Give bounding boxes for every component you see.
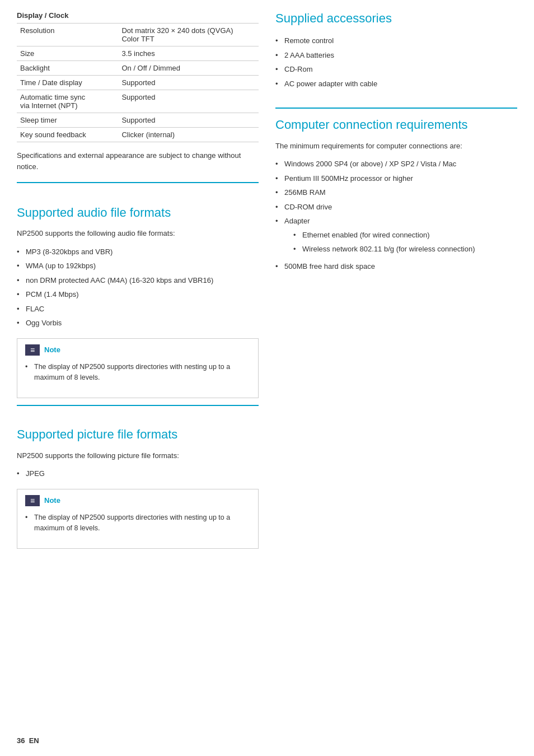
adapter-sub-list: Ethernet enabled (for wired connection)W… <box>293 228 517 256</box>
spec-label: Sleep timer <box>17 113 118 128</box>
table-row: ResolutionDot matrix 320 × 240 dots (QVG… <box>17 24 259 46</box>
table-row: BacklightOn / Off / Dimmed <box>17 61 259 76</box>
spec-table: ResolutionDot matrix 320 × 240 dots (QVG… <box>17 23 259 142</box>
list-item: 500MB free hard disk space <box>275 259 517 274</box>
spec-value: Supported <box>118 76 259 90</box>
table-row: Sleep timerSupported <box>17 113 259 128</box>
spec-value: Supported <box>118 113 259 128</box>
picture-list: JPEG <box>17 466 259 481</box>
picture-note-label: Note <box>44 496 60 505</box>
supplied-list: Remote control2 AAA batteriesCD-RomAC po… <box>275 34 517 91</box>
audio-note-list: The display of NP2500 supports directori… <box>25 360 250 385</box>
right-column: Supplied accessories Remote control2 AAA… <box>275 11 517 556</box>
page-number: 36 <box>17 736 25 745</box>
supplied-accessories-section: Supplied accessories Remote control2 AAA… <box>275 11 517 91</box>
audio-intro: NP2500 supports the following audio file… <box>17 228 259 239</box>
picture-intro: NP2500 supports the following picture fi… <box>17 450 259 461</box>
audio-list: MP3 (8-320kbps and VBR)WMA (up to 192kbp… <box>17 245 259 330</box>
display-clock-title: Display / Clock <box>17 11 259 20</box>
list-item: 256MB RAM <box>275 185 517 200</box>
table-row: Size3.5 inches <box>17 46 259 61</box>
list-item: CD-Rom <box>275 62 517 77</box>
audio-note-box: Note The display of NP2500 supports dire… <box>17 338 259 399</box>
list-item: Pentium III 500MHz processor or higher <box>275 171 517 186</box>
lang-label: EN <box>29 736 39 745</box>
list-item: Remote control <box>275 34 517 48</box>
computer-intro: The minimum requirements for computer co… <box>275 141 517 152</box>
picture-note-item: The display of NP2500 supports directori… <box>25 511 250 535</box>
list-item: CD-ROM drive <box>275 200 517 214</box>
computer-connection-heading: Computer connection requirements <box>275 118 517 132</box>
list-item: PCM (1.4 Mbps) <box>17 287 259 302</box>
left-column: Display / Clock ResolutionDot matrix 320… <box>17 11 259 556</box>
supplied-accessories-heading: Supplied accessories <box>275 11 517 26</box>
audio-formats-section: Supported audio file formats NP2500 supp… <box>17 200 259 398</box>
list-item: Windows 2000 SP4 (or above) / XP SP2 / V… <box>275 157 517 171</box>
list-item: WMA (up to 192kbps) <box>17 259 259 273</box>
list-item: FLAC <box>17 302 259 316</box>
spec-label: Automatic time sync via Internet (NPT) <box>17 90 118 113</box>
spec-value: Dot matrix 320 × 240 dots (QVGA) Color T… <box>118 24 259 46</box>
picture-formats-heading: Supported picture file formats <box>17 427 259 442</box>
table-row: Key sound feedbackClicker (internal) <box>17 128 259 142</box>
spec-label: Size <box>17 46 118 61</box>
audio-note-item: The display of NP2500 supports directori… <box>25 360 250 385</box>
spec-value: Supported <box>118 90 259 113</box>
table-row: Automatic time sync via Internet (NPT)Su… <box>17 90 259 113</box>
list-item: Wireless network 802.11 b/g (for wireles… <box>293 242 517 256</box>
specs-footer-note: Specifications and external appearance a… <box>17 150 259 172</box>
audio-note-header: Note <box>25 344 250 356</box>
list-item: Ogg Vorbis <box>17 316 259 330</box>
spec-label: Resolution <box>17 24 118 46</box>
spec-value: 3.5 inches <box>118 46 259 61</box>
page-footer: 36 EN <box>17 736 39 745</box>
spec-label: Backlight <box>17 61 118 76</box>
picture-note-box: Note The display of NP2500 supports dire… <box>17 489 259 549</box>
audio-formats-heading: Supported audio file formats <box>17 206 259 220</box>
spec-label: Key sound feedback <box>17 128 118 142</box>
display-clock-section: Display / Clock ResolutionDot matrix 320… <box>17 11 259 172</box>
picture-formats-section: Supported picture file formats NP2500 su… <box>17 422 259 549</box>
computer-connection-section: Computer connection requirements The min… <box>275 118 517 273</box>
picture-note-header: Note <box>25 495 250 506</box>
list-item: 2 AAA batteries <box>275 48 517 63</box>
list-item: Ethernet enabled (for wired connection) <box>293 228 517 242</box>
list-item: non DRM protected AAC (M4A) (16-320 kbps… <box>17 273 259 288</box>
audio-note-label: Note <box>44 346 60 354</box>
spec-label: Time / Date display <box>17 76 118 90</box>
computer-list: Windows 2000 SP4 (or above) / XP SP2 / V… <box>275 157 517 273</box>
list-item: AdapterEthernet enabled (for wired conne… <box>275 214 517 259</box>
list-item: MP3 (8-320kbps and VBR) <box>17 245 259 259</box>
table-row: Time / Date displaySupported <box>17 76 259 90</box>
spec-value: Clicker (internal) <box>118 128 259 142</box>
picture-note-list: The display of NP2500 supports directori… <box>25 511 250 535</box>
note-icon <box>25 344 40 356</box>
list-item: JPEG <box>17 466 259 481</box>
spec-value: On / Off / Dimmed <box>118 61 259 76</box>
picture-note-icon <box>25 495 40 506</box>
list-item: AC power adapter with cable <box>275 77 517 91</box>
